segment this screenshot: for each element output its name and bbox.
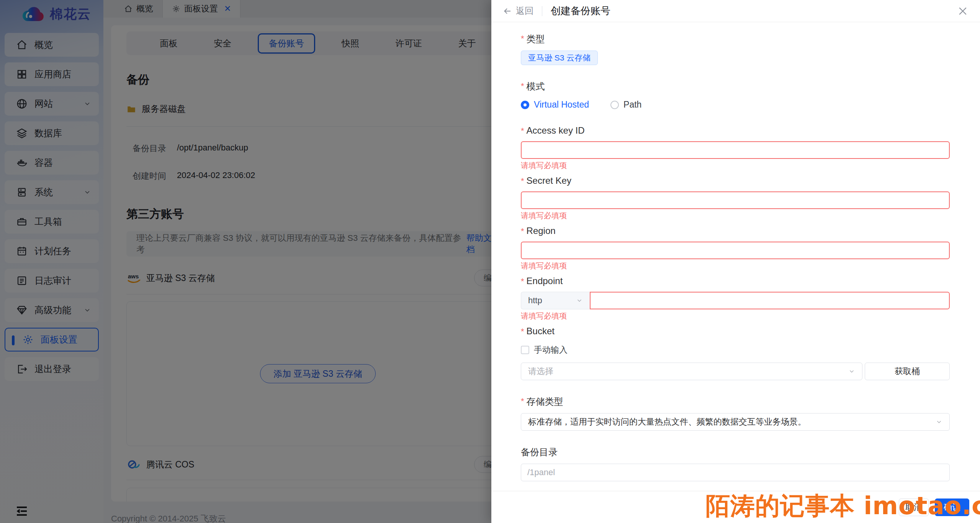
radio-label: Virtual Hosted: [534, 100, 589, 110]
endpoint-error: 请填写必填项: [521, 311, 950, 321]
radio-path[interactable]: Path: [610, 100, 641, 110]
back-label: 返回: [516, 5, 533, 17]
backup-dir-label: 备份目录: [521, 446, 950, 458]
close-drawer-icon[interactable]: [957, 5, 969, 17]
radio-virtual-hosted[interactable]: Virtual Hosted: [521, 100, 589, 110]
region-input[interactable]: [521, 242, 950, 259]
type-label: 类型: [521, 33, 950, 45]
access-key-error: 请填写必填项: [521, 160, 950, 171]
protocol-select[interactable]: http: [521, 292, 590, 309]
radio-label: Path: [623, 100, 641, 110]
endpoint-input[interactable]: [590, 292, 950, 309]
create-backup-account-drawer: 返回 创建备份账号 类型 亚马逊 S3 云存储 模式 Virtual Hoste…: [491, 0, 980, 523]
checkbox-icon[interactable]: [521, 346, 529, 354]
storage-class-label: 存储类型: [521, 396, 950, 408]
fetch-bucket-button[interactable]: 获取桶: [865, 363, 950, 380]
drawer-title: 创建备份账号: [551, 4, 610, 18]
drawer-header: 返回 创建备份账号: [491, 0, 980, 22]
endpoint-label: Endpoint: [521, 276, 950, 286]
backup-dir-input[interactable]: [521, 464, 950, 481]
arrow-left-icon: [503, 7, 512, 16]
storage-class-value: 标准存储，适用于实时访问的大量热点文件、频繁的数据交互等业务场景。: [528, 416, 806, 428]
chevron-down-icon: [848, 368, 855, 375]
secret-key-error: 请填写必填项: [521, 211, 950, 221]
access-key-input[interactable]: [521, 141, 950, 159]
chevron-down-icon: [576, 297, 583, 304]
mode-radio-group: Virtual Hosted Path: [521, 100, 950, 110]
manual-input-label: 手动输入: [534, 344, 568, 356]
radio-dot-icon: [610, 101, 619, 109]
storage-class-select[interactable]: 标准存储，适用于实时访问的大量热点文件、频繁的数据交互等业务场景。: [521, 413, 950, 431]
bucket-select-placeholder: 请选择: [528, 366, 553, 377]
access-key-label: Access key ID: [521, 125, 950, 136]
endpoint-row: http: [521, 292, 950, 309]
bucket-row: 请选择 获取桶: [521, 363, 950, 380]
manual-input-checkbox-row[interactable]: 手动输入: [521, 344, 950, 356]
protocol-value: http: [528, 296, 542, 306]
back-button[interactable]: 返回: [503, 5, 533, 17]
screen: 棉花云 概览 应用商店 网站 数据库: [0, 0, 980, 523]
radio-dot-icon: [521, 101, 529, 109]
region-error: 请填写必填项: [521, 261, 950, 271]
bucket-select[interactable]: 请选择: [521, 363, 862, 380]
type-tag-s3[interactable]: 亚马逊 S3 云存储: [521, 51, 598, 65]
secret-key-label: Secret Key: [521, 175, 950, 186]
modal-overlay[interactable]: [0, 0, 491, 523]
drawer-form: 类型 亚马逊 S3 云存储 模式 Virtual Hosted Path Acc…: [491, 22, 980, 491]
header-divider: [542, 6, 542, 16]
chevron-down-icon: [936, 418, 942, 425]
bucket-label: Bucket: [521, 326, 950, 337]
site-watermark: 陌涛的记事本 imotao.com: [705, 489, 980, 523]
mode-label: 模式: [521, 80, 950, 93]
region-label: Region: [521, 226, 950, 236]
secret-key-input[interactable]: [521, 191, 950, 209]
